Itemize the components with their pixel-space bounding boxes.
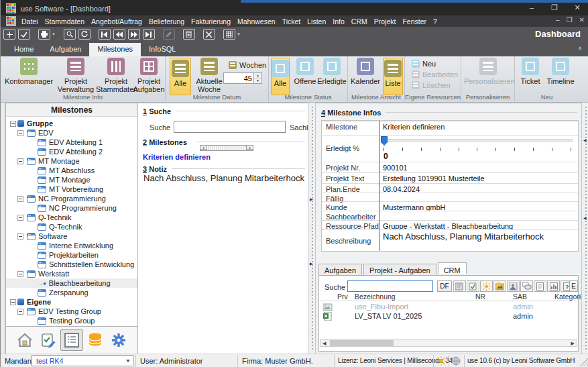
database-nav-button[interactable] [84, 329, 107, 351]
tree-expander[interactable] [17, 233, 23, 240]
tree-item[interactable]: Testing Group [6, 316, 137, 325]
confirm-button[interactable] [18, 29, 30, 40]
plan-ende-value[interactable]: 08.04.2024 [379, 184, 578, 193]
ribbon-collapse-icon[interactable]: ∧ [577, 45, 582, 52]
mdi-minimize-button[interactable]: – [556, 16, 560, 23]
row-name[interactable]: LV_STA LV 01_2025 [355, 312, 422, 320]
menu-help[interactable]: ? [430, 17, 440, 25]
tree-item[interactable]: Eigene [6, 297, 137, 307]
menu-ticket[interactable]: Ticket [279, 17, 304, 25]
projekt-stammdaten-button[interactable]: Projekt Stammdaten [96, 58, 136, 93]
sachbearbeiter-value[interactable] [379, 211, 578, 220]
globe-status-icon[interactable] [451, 356, 461, 367]
ticket-button[interactable]: Ticket [518, 58, 543, 85]
bearbeiten-button[interactable]: Bearbeiten [412, 70, 458, 79]
home-nav-button[interactable] [13, 329, 36, 351]
tab-milestones[interactable]: Milestones [89, 43, 141, 56]
menu-datei[interactable]: Datei [18, 17, 42, 25]
previous-record-button[interactable] [113, 29, 125, 40]
mdi-restore-button[interactable]: ❐ [567, 16, 573, 23]
menu-crm[interactable]: CRM [348, 17, 371, 25]
settings-nav-button[interactable] [107, 329, 130, 351]
col-sab[interactable]: SAB [513, 293, 527, 301]
tree-expander[interactable] [17, 196, 23, 202]
milestone-value[interactable]: Kriterien definieren [379, 121, 578, 135]
erledigte-button[interactable]: Erledigte [317, 58, 347, 85]
kontomanager-button[interactable]: Kontomanager [2, 58, 56, 85]
tab-projekt-aufgaben[interactable]: Projekt - Aufgaben [363, 264, 436, 275]
window-minimize-button[interactable]: – [522, 3, 542, 13]
col-kategorie[interactable]: Kategorie [554, 293, 585, 301]
tree-item[interactable]: Q-Technik [6, 222, 137, 231]
kalender-button[interactable]: Kalender [349, 58, 381, 85]
tree-item[interactable]: →●Bleachbearbeitung [6, 278, 137, 288]
tree-item[interactable]: MT Abschluss [6, 166, 137, 175]
df-button[interactable]: DF [437, 280, 452, 292]
edit-button[interactable] [163, 29, 175, 40]
erledigt-slider-thumb[interactable] [381, 136, 388, 146]
window-close-button[interactable]: ✕ [567, 3, 587, 13]
address-book-icon[interactable] [453, 280, 466, 292]
mandant-combo[interactable]: test RK4 [32, 355, 133, 366]
tab-aufgaben[interactable]: Aufgaben [42, 43, 89, 56]
col-nr[interactable]: NR [475, 293, 485, 301]
crm-suche-input[interactable] [347, 280, 433, 292]
close-record-button[interactable] [203, 29, 215, 40]
neu-button[interactable]: Neu [412, 59, 436, 68]
status-alle-button[interactable]: Alle [271, 58, 290, 95]
resize-grip[interactable] [580, 358, 588, 366]
tree-item[interactable]: EDV Testing Group [6, 307, 137, 316]
ressource-pfad-value[interactable]: Gruppe - Werkstatt - Bleachbearbeitung [379, 221, 578, 229]
print-button[interactable] [38, 29, 50, 40]
tab-infosql[interactable]: InfoSQL [141, 43, 184, 56]
first-record-button[interactable] [99, 29, 111, 40]
col-bezeichnung[interactable]: Bezeichnung [355, 293, 396, 301]
left-collapsed-splitter[interactable] [1, 103, 5, 354]
tree-item[interactable]: NC Programmierung [6, 194, 137, 203]
tree-item[interactable]: NC Programmierung [6, 203, 137, 213]
menu-stammdaten[interactable]: Stammdaten [42, 17, 89, 25]
mdi-close-button[interactable]: ✕ [579, 16, 585, 23]
window-maximize-button[interactable]: ❐ [544, 3, 565, 13]
liste-button[interactable]: Liste [383, 58, 403, 95]
tree-item[interactable]: Schnittstellen Entwicklung [6, 260, 137, 269]
last-record-button[interactable] [143, 29, 155, 40]
task-check-icon[interactable] [467, 280, 479, 292]
tree-expander[interactable] [10, 121, 16, 127]
tree-expander[interactable] [17, 158, 23, 164]
projekt-nr-value[interactable]: 900101 [379, 162, 578, 172]
grid-view-button[interactable] [223, 29, 235, 40]
offene-button[interactable]: Offene [292, 58, 318, 85]
projekt-text-value[interactable]: Erstellung 1019901 Musterteile [379, 173, 578, 183]
menu-belieferung[interactable]: Belieferung [145, 17, 188, 25]
milestones-range-slider[interactable]: ∧∧ [200, 145, 253, 151]
tree-item[interactable]: MT Montage [6, 156, 137, 166]
tree-expander[interactable] [17, 309, 23, 315]
tree-item[interactable]: Projektarbeiten [6, 250, 137, 260]
kunde-value[interactable]: Mustermann gmbH [379, 202, 578, 211]
suche-input[interactable] [174, 121, 286, 133]
tree-expander[interactable] [10, 299, 16, 305]
chat-icon[interactable] [520, 280, 533, 292]
tree-item[interactable]: Interne Entwicklung [6, 241, 137, 250]
tab-home[interactable]: Home [6, 43, 42, 56]
tree-expander[interactable] [17, 130, 23, 136]
document-icon[interactable] [534, 280, 546, 292]
crm-horizontal-scrollbar[interactable]: ◀ ▶ [320, 339, 577, 347]
aktuelle-woche-button[interactable]: Aktuelle Woche [194, 58, 225, 93]
tree-item[interactable]: MT Montage [6, 175, 137, 185]
e-button[interactable]: E [569, 280, 578, 292]
right-splitter[interactable]: ◀ ◀ [581, 103, 588, 354]
erledigt-slider-track[interactable] [382, 139, 573, 142]
tree-expander[interactable] [17, 215, 23, 221]
menu-info[interactable]: Info [329, 17, 348, 25]
tree-item[interactable]: Q-Technik [6, 213, 137, 222]
crm-row[interactable]: LV_STA LV 01_2025 admin [320, 312, 577, 321]
tree-item[interactable]: EDV Abteilung 2 [6, 147, 137, 156]
sun-icon[interactable] [480, 280, 493, 292]
tree-item[interactable]: Zerspanung [6, 288, 137, 297]
col-prv[interactable]: Prv [337, 293, 348, 301]
menu-listen[interactable]: Listen [304, 17, 329, 25]
row-name[interactable]: use_Fibu-Import [355, 303, 408, 311]
menu-mahnwesen[interactable]: Mahnwesen [234, 17, 279, 25]
